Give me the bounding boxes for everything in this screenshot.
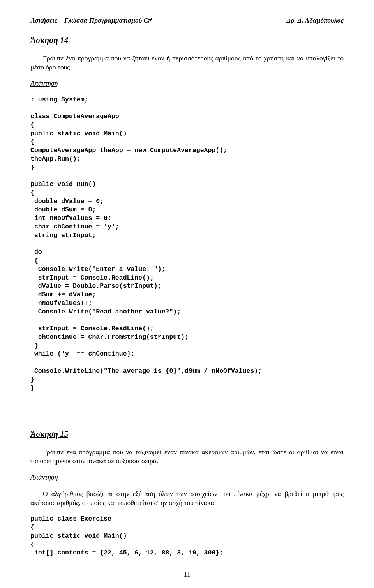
exercise-15-prompt: Γράψτε ένα πρόγραμμα που να ταξινομεί έν… [30,448,344,466]
header-right: Δρ. Δ. Αδαμόπουλος [286,16,344,25]
document-page: Ασκήσεις – Γλώσσα Προγραμματισμού C# Δρ.… [0,0,374,588]
exercise-14-code: : using System; class ComputeAverageApp … [30,96,344,393]
exercise-14-prompt: Γράψτε ένα πρόγραμμα που να ζητάει έναν … [30,54,344,72]
exercise-15-answer-label: Απάντηση [30,473,344,482]
exercise-14-answer-label: Απάντηση [30,80,344,88]
header-left: Ασκήσεις – Γλώσσα Προγραμματισμού C# [30,16,152,25]
exercise-14-title: Άσκηση 14 [30,35,344,45]
exercise-15-explanation: Ο αλγόριθμος βασίζεται στην εξέταση όλων… [30,489,344,507]
exercise-15-title: Άσκηση 15 [30,429,344,439]
page-number: 11 [0,570,374,579]
page-header: Ασκήσεις – Γλώσσα Προγραμματισμού C# Δρ.… [30,16,344,25]
exercise-15-code: public class Exercise { public static vo… [30,515,344,557]
section-divider [30,408,344,409]
